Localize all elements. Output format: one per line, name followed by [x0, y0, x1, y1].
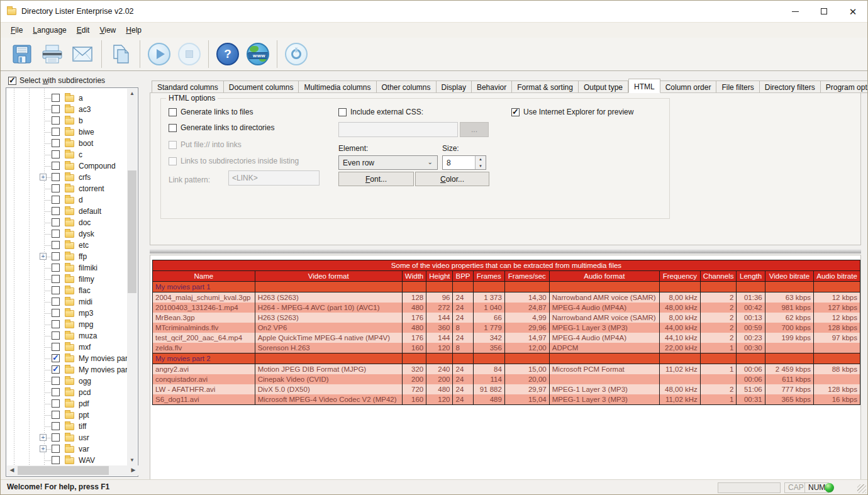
tree-item-label[interactable]: Compound	[79, 162, 116, 170]
tree-item-var[interactable]: +var	[7, 443, 128, 455]
tree-item-ffp[interactable]: +ffp	[7, 251, 128, 262]
tree-checkbox[interactable]	[52, 286, 60, 294]
ie-preview-option[interactable]: Use Internet Explorer for preview	[511, 108, 633, 116]
tab-format-sorting[interactable]: Format & sorting	[512, 81, 579, 93]
tree-item-label[interactable]: ffp	[79, 252, 87, 261]
tree-checkbox[interactable]	[52, 173, 60, 181]
tree-checkbox[interactable]	[52, 331, 60, 340]
tree-checkbox[interactable]	[52, 388, 60, 396]
tree-checkbox[interactable]	[52, 399, 60, 408]
horizontal-splitter[interactable]	[150, 249, 861, 253]
expand-plus-icon[interactable]: +	[40, 253, 47, 260]
tree-checkbox[interactable]	[52, 264, 60, 272]
tree-checkbox[interactable]	[52, 377, 60, 385]
tree-item-b[interactable]: b	[7, 115, 128, 126]
menu-edit[interactable]: Edit	[72, 24, 95, 36]
expand-plus-icon[interactable]: +	[40, 174, 47, 181]
tree-item-label[interactable]: boot	[79, 139, 93, 148]
tree-item-midi[interactable]: midi	[7, 296, 128, 308]
css-path-input[interactable]	[338, 122, 458, 137]
tree-item-filmiki[interactable]: filmiki	[7, 262, 128, 274]
tree-item-label[interactable]: biwe	[79, 128, 94, 136]
tree-checkbox[interactable]	[52, 241, 60, 249]
scroll-down-icon[interactable]: ▼	[127, 455, 137, 465]
tab-standard-columns[interactable]: Standard columns	[152, 81, 224, 93]
tree-checkbox[interactable]	[52, 422, 60, 430]
tree-checkbox[interactable]	[52, 116, 60, 125]
tree-item-my-movies-part-1[interactable]: My movies part 1	[7, 353, 128, 364]
save-button[interactable]	[7, 40, 37, 69]
scroll-left-icon[interactable]: ◀	[7, 465, 17, 476]
tree-checkbox[interactable]	[52, 196, 60, 204]
menu-language[interactable]: Language	[28, 24, 71, 36]
tree-checkbox[interactable]	[52, 128, 60, 136]
tree-checkbox[interactable]	[52, 343, 60, 351]
tree-item-label[interactable]: ac3	[79, 105, 91, 114]
horizontal-scroll-thumb[interactable]	[18, 466, 109, 475]
tree-item-label[interactable]: filmy	[79, 275, 94, 284]
tab-output-type[interactable]: Output type	[579, 81, 628, 93]
tree-item-dysk[interactable]: dysk	[7, 228, 128, 240]
copy-button[interactable]	[106, 40, 136, 69]
resize-grip[interactable]	[857, 484, 866, 493]
tree-item-wav[interactable]: WAV	[7, 455, 128, 465]
tree-item-label[interactable]: pcd	[79, 388, 91, 397]
select-with-subdirectories[interactable]: Select with subdirectories	[8, 76, 105, 85]
tree-checkbox[interactable]	[52, 150, 60, 159]
include-css-checkbox[interactable]	[338, 108, 347, 116]
tree-checkbox[interactable]	[52, 218, 60, 226]
tree-item-flac[interactable]: flac	[7, 285, 128, 296]
stop-button[interactable]	[174, 40, 204, 69]
tree-item-label[interactable]: b	[79, 116, 83, 125]
tree-checkbox[interactable]	[52, 207, 60, 215]
help-button[interactable]: ?	[213, 40, 243, 69]
tree-checkbox[interactable]	[52, 354, 60, 362]
minimize-button[interactable]	[781, 1, 810, 22]
ie-preview-checkbox[interactable]	[511, 108, 520, 116]
tree-item-d[interactable]: d	[7, 194, 128, 206]
tree-checkbox[interactable]	[52, 456, 60, 464]
tree-checkbox[interactable]	[52, 94, 60, 102]
generate-links-files-option[interactable]: Generate links to files	[169, 108, 253, 116]
select-subdirs-checkbox[interactable]	[8, 77, 16, 85]
tree-item-mpg[interactable]: mpg	[7, 319, 128, 330]
tree-checkbox[interactable]	[52, 105, 60, 113]
tree-checkbox[interactable]	[52, 309, 60, 317]
tree-item-etc[interactable]: etc	[7, 240, 128, 251]
tab-other-columns[interactable]: Other columns	[377, 81, 437, 93]
spin-down-icon[interactable]: ▼	[476, 163, 486, 170]
tree-checkbox[interactable]	[52, 139, 60, 147]
menu-help[interactable]: Help	[121, 24, 147, 36]
tree-item-label[interactable]: muza	[79, 331, 97, 340]
tree-item-label[interactable]: mp3	[79, 309, 93, 318]
tree-item-label[interactable]: var	[79, 445, 89, 453]
spin-up-icon[interactable]: ▲	[476, 156, 486, 163]
generate-links-dirs-checkbox[interactable]	[169, 124, 177, 132]
tree-item-pcd[interactable]: pcd	[7, 387, 128, 398]
tree-checkbox[interactable]	[52, 275, 60, 283]
tree-checkbox[interactable]	[52, 252, 60, 260]
tree-item-c[interactable]: c	[7, 149, 128, 160]
scroll-right-icon[interactable]: ▶	[128, 465, 138, 476]
tree-item-usr[interactable]: +usr	[7, 432, 128, 443]
tree-checkbox[interactable]	[52, 230, 60, 238]
tree-item-mxf[interactable]: mxf	[7, 342, 128, 353]
tree-item-ctorrent[interactable]: ctorrent	[7, 183, 128, 194]
tree-item-label[interactable]: My movies part 2	[79, 365, 128, 374]
element-dropdown[interactable]: Even row ⌄	[338, 155, 438, 170]
tree-item-label[interactable]: etc	[79, 241, 89, 250]
vertical-scroll-thumb[interactable]	[128, 170, 136, 293]
font-button[interactable]: Font...	[338, 172, 414, 186]
tree-item-label[interactable]: mpg	[79, 320, 93, 329]
tree-item-label[interactable]: dysk	[79, 230, 94, 238]
website-button[interactable]: www	[243, 40, 273, 69]
tree-item-pdf[interactable]: pdf	[7, 398, 128, 409]
tree-item-label[interactable]: doc	[79, 218, 91, 227]
tree-item-doc[interactable]: doc	[7, 217, 128, 228]
scroll-up-icon[interactable]: ▲	[127, 89, 137, 99]
tree-checkbox[interactable]	[52, 433, 60, 442]
tree-item-label[interactable]: midi	[79, 298, 92, 306]
generate-links-dirs-option[interactable]: Generate links to directories	[169, 123, 274, 132]
tree-checkbox[interactable]	[52, 184, 60, 192]
size-spinner[interactable]: 8 ▲ ▼	[442, 155, 486, 170]
